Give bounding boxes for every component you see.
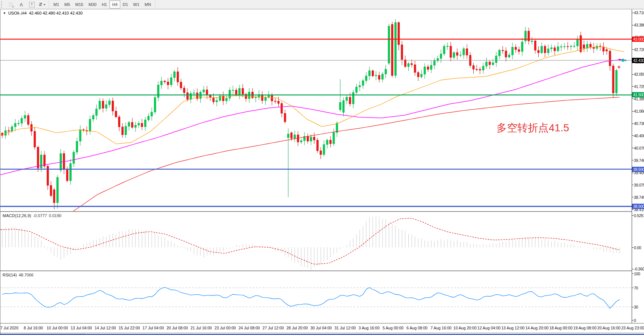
time-label: 20 Aug 16:00 xyxy=(597,326,620,330)
time-label: 8 Jul 16:00 xyxy=(24,326,43,330)
time-label: 6 Aug 08:00 xyxy=(406,326,427,330)
mt4-application: F A T ⇵ ▼ M1M5M15M30H1H4D1W1MN ▼ USOil-,… xyxy=(0,0,644,335)
price-badge-support1: 39.500 xyxy=(632,167,644,172)
grid-f-icon: F xyxy=(9,2,13,7)
price-axis[interactable]: 43.71043.38043.05042.72042.39042.05541.7… xyxy=(632,9,644,323)
font-a-icon: A xyxy=(19,2,23,7)
price-badge-support2: 38.500 xyxy=(632,204,644,209)
rsi-axis-label: 30 xyxy=(632,305,638,310)
timeframe-button-d1[interactable]: D1 xyxy=(120,0,131,9)
text-label-tool-button[interactable]: T xyxy=(27,0,37,9)
time-label: 10 Aug 20:00 xyxy=(453,326,477,330)
macd-value: -0.0777 xyxy=(33,213,47,218)
price-tick: 39.075 xyxy=(632,182,644,187)
price-tick: 40.400 xyxy=(632,133,644,138)
time-label: 23 Aug 23:00 xyxy=(621,326,644,330)
font-tool-button[interactable]: A xyxy=(16,0,26,9)
timeframe-button-w1[interactable]: W1 xyxy=(131,0,142,9)
time-label: 15 Jul 22:00 xyxy=(118,326,140,330)
current-price-arrow-icon xyxy=(620,59,626,62)
rsi-value: 48.7066 xyxy=(19,273,34,277)
chart-symbol-label: USOil-,H4 xyxy=(8,11,27,15)
time-label: 5 Aug 00:00 xyxy=(383,326,403,330)
toolbar-separator xyxy=(49,1,49,8)
time-label: 12 Aug 04:00 xyxy=(477,326,501,330)
time-label: 31 Jul 12:00 xyxy=(334,326,356,330)
arrows-icon: ⇵ xyxy=(39,2,43,7)
time-label: 14 Jul 12:00 xyxy=(95,326,116,330)
timeframe-button-mn[interactable]: MN xyxy=(142,0,154,9)
timeframe-button-m15[interactable]: M15 xyxy=(73,0,86,9)
price-chart[interactable] xyxy=(0,9,632,212)
timeframe-button-group: M1M5M15M30H1H4D1W1MN xyxy=(51,0,154,9)
price-tick: 38.745 xyxy=(632,195,644,200)
price-tick: 41.060 xyxy=(632,109,644,114)
macd-axis-label: 0.5257 xyxy=(632,213,644,218)
time-label: 27 Jul 12:00 xyxy=(263,326,284,330)
candles-layer xyxy=(1,19,621,209)
price-tick: 41.725 xyxy=(632,84,644,89)
price-tick: 42.055 xyxy=(632,72,644,77)
macd-label: MACD(12,26,9)-0.07770.0190 xyxy=(3,213,61,218)
price-tick: 39.740 xyxy=(632,158,644,163)
toolbar: F A T ⇵ ▼ M1M5M15M30H1H4D1W1MN xyxy=(0,0,644,9)
price-badge-pivot: 41.500 xyxy=(632,92,644,97)
timeframe-button-m30[interactable]: M30 xyxy=(86,0,99,9)
time-label: 30 Jul 04:00 xyxy=(310,326,332,330)
timeframe-button-m5[interactable]: M5 xyxy=(62,0,72,9)
macd-axis-label: -0.3603 xyxy=(632,267,644,272)
chart-ohlc-values: 42.460 42.480 42.410 42.430 xyxy=(29,11,83,15)
time-label: 7 Jul 2020 xyxy=(0,326,18,330)
rsi-axis-label: 100 xyxy=(632,271,640,276)
time-label: 24 Jul 08:00 xyxy=(238,326,260,330)
timeframe-button-h4[interactable]: H4 xyxy=(109,0,120,9)
price-badge-current: 42.430 xyxy=(632,58,644,63)
ma-slow-line xyxy=(71,97,620,212)
chevron-down-icon: ▼ xyxy=(43,3,46,6)
macd-axis-label: 0.00 xyxy=(632,245,641,250)
price-badge-resistance: 43.000 xyxy=(632,37,644,42)
time-label: 13 Jul 04:00 xyxy=(71,326,92,330)
rsi-label: RSI(14)48.7066 xyxy=(3,273,34,277)
chart-annotation: 多空转折点41.5 xyxy=(496,121,569,135)
time-axis[interactable]: 7 Jul 20208 Jul 16:0010 Jul 00:0013 Jul … xyxy=(0,323,644,333)
time-label: 3 Aug 16:00 xyxy=(359,326,380,330)
timeframe-button-m1[interactable]: M1 xyxy=(51,0,62,9)
arrange-tool-button[interactable]: ⇵ ▼ xyxy=(37,0,47,9)
time-label: 10 Jul 00:00 xyxy=(47,326,68,330)
time-label: 23 Jul 00:00 xyxy=(214,326,236,330)
macd-panel[interactable] xyxy=(0,212,632,271)
grid-tool-button[interactable]: F xyxy=(6,0,16,9)
timeframe-button-h1[interactable]: H1 xyxy=(99,0,109,9)
time-label: 13 Aug 12:00 xyxy=(501,326,524,330)
time-label: 20 Jul 08:00 xyxy=(167,326,188,330)
rsi-line xyxy=(2,287,620,308)
price-tick: 40.730 xyxy=(632,121,644,126)
time-label: 17 Jul 04:00 xyxy=(143,326,164,330)
chart-window: ▼ USOil-,H4 42.460 42.480 42.410 42.430 … xyxy=(0,9,644,335)
rsi-axis-label: 0 xyxy=(632,318,636,323)
chart-title[interactable]: ▼ USOil-,H4 42.460 42.480 42.410 42.430 xyxy=(3,11,83,15)
price-tick: 40.070 xyxy=(632,145,644,150)
toolbar-separator xyxy=(155,1,155,8)
rsi-panel[interactable] xyxy=(0,272,632,322)
time-label: 28 Jul 20:00 xyxy=(287,326,308,330)
time-label: 7 Aug 16:00 xyxy=(431,326,452,330)
time-label: 14 Aug 20:00 xyxy=(525,326,548,330)
toolbar-grip[interactable] xyxy=(1,1,4,8)
price-tick: 42.720 xyxy=(632,47,644,52)
price-tick: 43.380 xyxy=(632,23,644,28)
time-label: 21 Jul 16:00 xyxy=(191,326,212,330)
macd-signal-value: 0.0190 xyxy=(49,213,62,218)
rsi-axis-label: 70 xyxy=(632,285,638,290)
time-label: 18 Aug 00:00 xyxy=(549,326,573,330)
chart-dropdown-icon[interactable]: ▼ xyxy=(3,12,6,15)
time-label: 19 Aug 08:00 xyxy=(573,326,597,330)
price-tick: 43.710 xyxy=(632,10,644,15)
text-label-icon: T xyxy=(29,2,35,7)
